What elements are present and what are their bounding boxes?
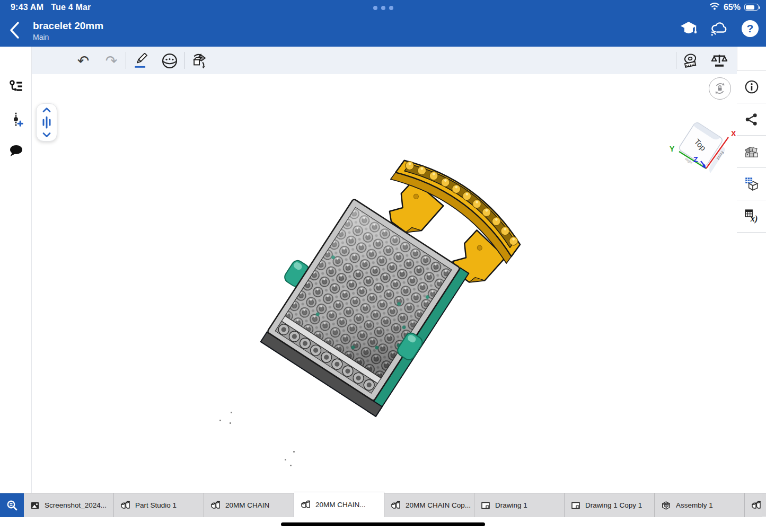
display-states-panel-button[interactable] — [737, 168, 766, 200]
part-studio-icon — [391, 500, 401, 510]
measure-tape-icon — [682, 52, 700, 69]
help-icon: ? — [741, 20, 759, 38]
toolbar-separator — [184, 52, 185, 69]
variables-icon: x) — [744, 208, 760, 224]
share-icon — [744, 112, 759, 127]
toolbar-separator — [676, 52, 676, 69]
insert-feature-icon — [8, 112, 23, 127]
back-button[interactable] — [8, 21, 24, 39]
part-studio-icon — [301, 500, 311, 510]
info-panel-button[interactable] — [737, 71, 766, 103]
tab-20mm-chain[interactable]: 20MM CHAIN — [204, 493, 294, 517]
sketch-point[interactable] — [219, 420, 221, 421]
axis-z-label: Z — [693, 155, 698, 164]
tab-drawing-1-copy-1[interactable]: Drawing 1 Copy 1 — [565, 493, 655, 517]
appearance-panel-button[interactable] — [737, 136, 766, 168]
tab-part-studio-1[interactable]: Part Studio 1 — [114, 493, 204, 517]
part-studio-icon — [120, 500, 130, 510]
transform-icon — [191, 52, 208, 69]
undo-button[interactable]: ↶ — [73, 51, 93, 71]
sketch-point[interactable] — [230, 422, 231, 424]
onshape-app: 9:43 AMTue 4 Mar 65% bracelet 20mm Main — [0, 0, 766, 532]
transform-button[interactable] — [189, 51, 209, 71]
tab-drawing-1[interactable]: Drawing 1 — [474, 493, 565, 517]
tab-assembly-1[interactable]: Assembly 1 — [655, 493, 745, 517]
view-cube[interactable]: Top Front Right X Y Z — [670, 121, 736, 177]
redo-button[interactable]: ↷ — [101, 51, 121, 71]
assembly-icon — [661, 500, 671, 510]
tab-20mm-chain-active[interactable]: 20MM CHAIN... — [294, 492, 384, 517]
toolbar-separator — [126, 52, 126, 69]
top-header: 9:43 AMTue 4 Mar 65% bracelet 20mm Main — [0, 0, 766, 47]
sketch-point[interactable] — [293, 451, 295, 453]
svg-text:?: ? — [747, 22, 754, 34]
home-indicator[interactable] — [281, 522, 485, 526]
sketch-point[interactable] — [290, 465, 292, 466]
wifi-icon — [709, 2, 720, 12]
sketch-pencil-icon — [133, 53, 149, 69]
battery-percent: 65% — [724, 3, 741, 12]
axis-y-label: Y — [670, 145, 675, 153]
chevron-left-icon — [8, 21, 20, 39]
part-mesh-plate[interactable] — [267, 199, 461, 401]
status-bar: 9:43 AMTue 4 Mar 65% — [0, 0, 766, 16]
feature-list-icon — [8, 79, 23, 94]
date: Tue 4 Mar — [51, 3, 91, 12]
drawing-icon — [481, 501, 490, 510]
insert-feature-button[interactable] — [5, 109, 27, 130]
help-button[interactable]: ? — [741, 19, 760, 38]
cloud-sync-icon — [710, 21, 729, 37]
document-title: bracelet 20mm — [33, 20, 103, 32]
mass-properties-button[interactable] — [709, 51, 729, 71]
appearance-swatches-icon — [744, 144, 760, 159]
model-canvas[interactable]: Top Front Right X Y Z — [32, 74, 737, 493]
tab-20mm-chain-copy[interactable]: 20MM CHAIN Cop... — [384, 493, 474, 517]
balance-scale-icon — [711, 52, 728, 69]
tab-screenshot[interactable]: Screenshot_2024... — [24, 493, 114, 517]
search-icon — [6, 499, 19, 512]
sphere-tool-icon — [161, 52, 178, 69]
redo-icon: ↷ — [105, 54, 118, 68]
axis-x-label: X — [731, 129, 736, 138]
info-icon — [744, 79, 759, 94]
display-states-icon — [744, 176, 760, 192]
comment-button[interactable] — [5, 140, 27, 162]
right-panel: x) — [737, 47, 766, 493]
part-studio-icon — [210, 500, 221, 510]
undo-icon: ↶ — [77, 54, 90, 68]
clock: 9:43 AM — [11, 3, 43, 12]
measure-button[interactable] — [681, 51, 701, 71]
offline-sync-button[interactable] — [710, 19, 729, 38]
svg-text:x): x) — [750, 214, 757, 224]
drawing-icon — [571, 501, 580, 510]
tab-search-button[interactable] — [0, 493, 24, 517]
image-icon — [30, 501, 40, 510]
learning-center-button[interactable] — [679, 19, 698, 38]
comment-icon — [8, 144, 24, 158]
document-tab-bar: Screenshot_2024... Part Studio 1 20MM CH… — [0, 493, 766, 517]
model-viewport[interactable]: Top Front Right X Y Z — [32, 74, 737, 493]
multitask-indicator[interactable] — [373, 6, 393, 10]
left-sidebar — [0, 47, 32, 493]
sketch-point[interactable] — [285, 459, 286, 460]
part-studio-icon — [751, 500, 761, 510]
sketch-point[interactable] — [231, 412, 232, 413]
battery-icon — [744, 4, 759, 11]
graduation-cap-icon — [680, 21, 698, 37]
feature-list-button[interactable] — [5, 76, 27, 97]
sketch-button[interactable] — [131, 51, 151, 71]
variables-panel-button[interactable]: x) — [737, 200, 766, 233]
tab-partial[interactable] — [745, 493, 762, 517]
workspace-name: Main — [33, 33, 103, 41]
toolbar: ↶ ↷ — [32, 47, 737, 74]
sphere-tool-button[interactable] — [160, 51, 180, 71]
share-panel-button[interactable] — [737, 103, 766, 136]
